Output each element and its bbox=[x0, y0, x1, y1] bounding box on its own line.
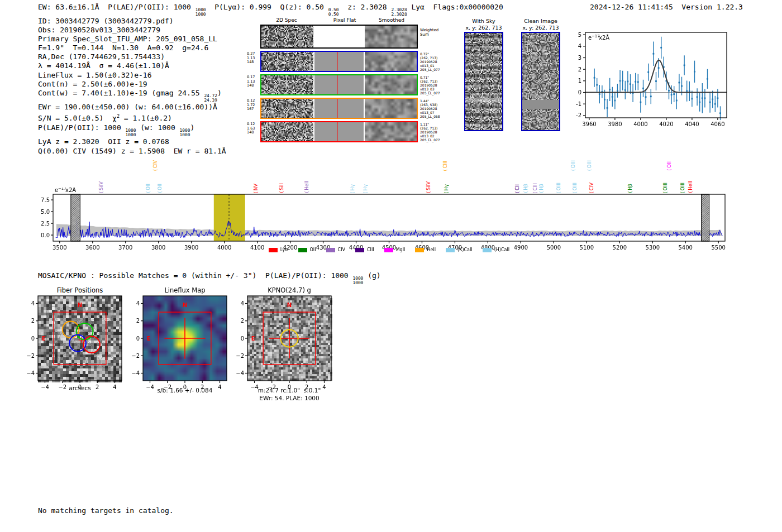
2d-row-fiber-label: WeightedSum bbox=[420, 28, 454, 37]
2d-row-image bbox=[261, 52, 417, 71]
fiber-positions-title: Fiber Positions bbox=[38, 286, 122, 294]
info-line: LyA z = 2.3020 OII z = 0.0768 bbox=[38, 137, 226, 146]
clean-image-xy: x, y: 262, 713 bbox=[517, 25, 564, 31]
info-line: Obs: 20190528v013_3003442779 bbox=[38, 26, 226, 35]
lineflux-map-title: Lineflux Map bbox=[143, 286, 227, 294]
line-fit-spectrum-chart bbox=[560, 25, 750, 131]
lineflux-map-panel: Lineflux Map s/b: 1.66 +/- 0.084 bbox=[121, 281, 232, 398]
legend-item-lyα: Lyα bbox=[269, 247, 288, 252]
2d-row bbox=[260, 121, 418, 142]
legend-swatch bbox=[269, 248, 278, 252]
header-timestamp: 2024-12-26 11:41:45 Version 1.22.3 bbox=[590, 3, 743, 11]
kpno-caption-ewr: EWr: 54. PLAE: 1000 bbox=[233, 395, 345, 401]
info-line: λ = 4014.19Å σ = 4.46(±1.10)Å bbox=[38, 61, 226, 70]
fiber-positions-xlabel: arcsecs bbox=[38, 385, 122, 391]
legend-swatch bbox=[298, 248, 307, 252]
line-marker-oii: ( OII bbox=[666, 161, 672, 171]
legend-item-ciii: CIII bbox=[355, 247, 374, 252]
stacked-fraction: 10001000 bbox=[196, 8, 206, 17]
2d-row-fiber-label: 1.11"(262, 713)20190528v013_02205_LL_077 bbox=[420, 122, 454, 142]
2d-row-fiber-label: 0.71"(262, 713)20190528v013_03205_LL_077 bbox=[420, 75, 454, 95]
elixer-detection-report: EW: 63.6±16.1Å P(LAE)/P(OII): 1000 10001… bbox=[0, 0, 782, 532]
2d-row-image bbox=[261, 26, 417, 47]
stacked-fraction: 10001000 bbox=[126, 128, 136, 137]
legend-swatch bbox=[384, 248, 393, 252]
2d-row-image bbox=[261, 99, 417, 118]
lineflux-map-plot bbox=[121, 294, 232, 395]
stacked-fraction: 10001000 bbox=[180, 128, 190, 137]
stacked-fraction: 10001000 bbox=[353, 276, 364, 285]
2d-row-weights-label: 0.121.72167 bbox=[247, 99, 259, 112]
footer-line-1: No matching targets in catalog. bbox=[38, 506, 174, 515]
2d-row-weights-label: 0.121.63148 bbox=[247, 122, 259, 135]
2d-row bbox=[260, 51, 418, 72]
info-line: RA,Dec (170.744629,51.754433) bbox=[38, 52, 226, 61]
legend-swatch bbox=[415, 248, 424, 252]
line-marker-ciii: ( CIII bbox=[442, 161, 448, 171]
spectrum-legend: LyαOIICIVCIIIMgIIHeII(K)CaII(H)CaII bbox=[53, 247, 725, 252]
info-line: ID: 3003442779 (3003442779.pdf) bbox=[38, 17, 226, 26]
clean-image-title-text: Clean Image bbox=[517, 18, 564, 25]
detection-info-block: ID: 3003442779 (3003442779.pdf)Obs: 2019… bbox=[38, 17, 226, 156]
2d-row-fiber-label: 0.72"(262, 713)20190528v013_01205_LL_077 bbox=[420, 52, 454, 71]
stacked-fraction: 0.500.50 bbox=[328, 8, 339, 17]
stacked-fraction: 24.7224.39 bbox=[204, 94, 217, 103]
with-sky-xy: x, y: 262, 713 bbox=[460, 25, 507, 31]
legend-swatch bbox=[355, 248, 364, 252]
info-line: Cont(w) = 7.40(±1.10)e-19 (gmag 24.55 24… bbox=[38, 89, 226, 103]
2d-row-weights-label: 0.171.13148 bbox=[247, 75, 259, 88]
stacked-fraction: 2.30282.3028 bbox=[391, 8, 407, 17]
line-marker-civ: ( CIV bbox=[152, 160, 158, 171]
kpno-panel: KPNO(24.7) g m:24.7 rc:1.0" s:0.1" EWr: … bbox=[225, 281, 337, 406]
kpno-plot bbox=[225, 294, 337, 395]
footer-notes: No matching targets in catalog. Row inte… bbox=[38, 490, 174, 532]
kpno-title: KPNO(24.7) g bbox=[247, 286, 331, 294]
info-line: LineFlux = 1.50(±0.32)e-16 bbox=[38, 71, 226, 80]
fiber-positions-panel: Fiber Positions arcsecs bbox=[16, 281, 127, 398]
2d-row-weights-label: 0.271.13148 bbox=[247, 52, 259, 65]
info-line: Primary Spec_Slot_IFU_AMP: 205_091_058_L… bbox=[38, 35, 226, 44]
legend-item-hcaii: (H)CaII bbox=[483, 247, 509, 252]
2d-row bbox=[260, 98, 418, 119]
2d-row-fiber-label: 1.44"(263, 538)20190528v013_07205_LL_058 bbox=[420, 99, 454, 118]
info-line: F=1.9" T=0.144 N=1.30 A=0.92 g=24.6 bbox=[38, 44, 226, 52]
info-line: EWr = 190.00(±450.00) (w: 64.00(±16.00))… bbox=[38, 103, 226, 112]
kpno-caption-aperture: m:24.7 rc:1.0" s:0.1" bbox=[233, 387, 345, 394]
clean-image bbox=[521, 32, 560, 131]
2d-row bbox=[260, 25, 418, 49]
info-line: Cont(n) = 2.50(±6.00)e-19 bbox=[38, 80, 226, 89]
legend-swatch bbox=[326, 248, 335, 252]
header-summary-line: EW: 63.6±16.1Å P(LAE)/P(OII): 1000 10001… bbox=[38, 3, 503, 17]
2d-row-image bbox=[261, 122, 417, 141]
legend-item-oii: OII bbox=[298, 247, 316, 252]
2d-row bbox=[260, 74, 418, 95]
info-line: P(LAE)/P(OII): 1000 10001000 (w: 1000 10… bbox=[38, 123, 226, 138]
cutout-2d-title-spec: 2D Spec bbox=[260, 17, 313, 23]
with-sky-image bbox=[464, 32, 503, 131]
line-marker-oiii: ( OIII bbox=[586, 160, 592, 171]
legend-item-civ: CIV bbox=[326, 247, 345, 252]
fiber-positions-plot bbox=[16, 294, 127, 395]
2d-row-image bbox=[261, 75, 417, 94]
info-line: S/N = 5.0(±0.5) χ2 = 1.1(±0.2) bbox=[38, 112, 226, 123]
clean-image-title: Clean Image x, y: 262, 713 bbox=[517, 18, 564, 31]
cutout-2d-title-smoothed: Smoothed bbox=[365, 17, 418, 23]
cutout-2d-rows bbox=[260, 25, 418, 143]
with-sky-title-text: With Sky bbox=[460, 18, 507, 25]
legend-item-heii: HeII bbox=[415, 247, 436, 252]
legend-item-kcaii: (K)CaII bbox=[446, 247, 473, 252]
legend-swatch bbox=[446, 248, 455, 252]
lineflux-map-caption: s/b: 1.66 +/- 0.084 bbox=[129, 387, 241, 394]
legend-swatch bbox=[483, 248, 492, 252]
line-marker-oiii: ( OIII bbox=[570, 160, 576, 171]
with-sky-title: With Sky x, y: 262, 713 bbox=[460, 18, 507, 31]
legend-item-mgii: MgII bbox=[384, 247, 406, 252]
